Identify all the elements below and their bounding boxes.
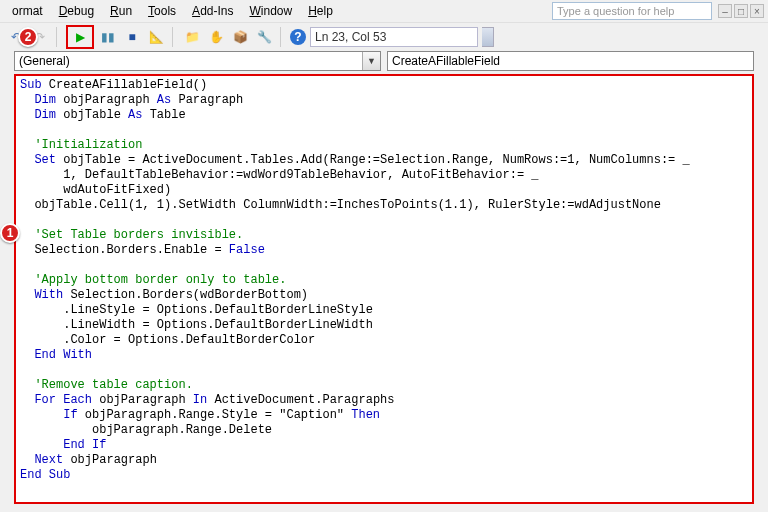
procedure-selector[interactable]: CreateAFillableField: [387, 51, 754, 71]
procedure-selector-value: CreateAFillableField: [388, 54, 753, 68]
run-icon[interactable]: ▶: [70, 27, 90, 47]
callout-2: 2: [18, 27, 38, 47]
cursor-position-box: Ln 23, Col 53: [310, 27, 478, 47]
menu-window[interactable]: Window: [241, 2, 300, 20]
menu-tools[interactable]: Tools: [140, 2, 184, 20]
chevron-down-icon[interactable]: ▼: [362, 52, 380, 70]
help-icon[interactable]: ?: [290, 29, 306, 45]
help-search-input[interactable]: Type a question for help: [552, 2, 712, 20]
minimize-button[interactable]: –: [718, 4, 732, 18]
reset-icon[interactable]: ■: [122, 27, 142, 47]
menu-addins[interactable]: Add-Ins: [184, 2, 241, 20]
run-button-highlight: ▶: [66, 25, 94, 49]
toolbox-icon[interactable]: 🔧: [254, 27, 274, 47]
window-controls: – □ ×: [718, 4, 764, 18]
object-browser-icon[interactable]: 📦: [230, 27, 250, 47]
restore-button[interactable]: □: [734, 4, 748, 18]
close-button[interactable]: ×: [750, 4, 764, 18]
break-icon[interactable]: ▮▮: [98, 27, 118, 47]
toolbar: ↶ ↷ ▶ ▮▮ ■ 📐 📁 ✋ 📦 🔧 ? Ln 23, Col 53: [0, 22, 768, 50]
callout-1: 1: [0, 223, 20, 243]
menu-bar: ormat Debug Run Tools Add-Ins Window Hel…: [0, 0, 768, 22]
code-pane[interactable]: Sub CreateAFillableField() Dim objParagr…: [14, 74, 754, 504]
properties-icon[interactable]: ✋: [206, 27, 226, 47]
design-mode-icon[interactable]: 📐: [146, 27, 166, 47]
module-selectors: (General) ▼ CreateAFillableField: [0, 50, 768, 72]
menu-format[interactable]: ormat: [4, 2, 51, 20]
project-explorer-icon[interactable]: 📁: [182, 27, 202, 47]
menu-run[interactable]: Run: [102, 2, 140, 20]
menu-help[interactable]: Help: [300, 2, 341, 20]
object-selector[interactable]: (General) ▼: [14, 51, 381, 71]
menu-debug[interactable]: Debug: [51, 2, 102, 20]
position-dropdown[interactable]: [482, 27, 494, 47]
object-selector-value: (General): [15, 54, 362, 68]
